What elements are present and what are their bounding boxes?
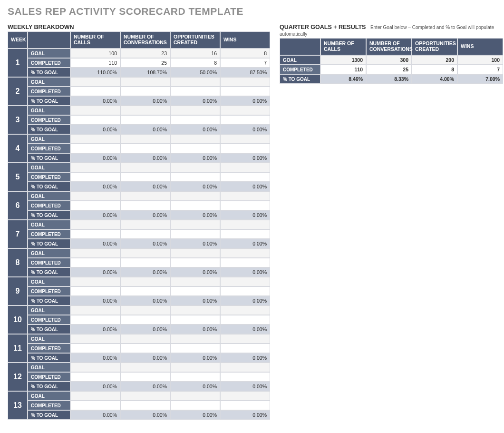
weekly-cell[interactable] xyxy=(70,315,120,325)
weekly-cell[interactable] xyxy=(120,115,170,125)
weekly-cell[interactable] xyxy=(170,315,220,325)
weekly-cell[interactable] xyxy=(120,87,170,96)
weekly-cell[interactable] xyxy=(120,305,170,315)
weekly-cell[interactable] xyxy=(170,77,220,87)
weekly-cell[interactable] xyxy=(170,87,220,96)
weekly-cell[interactable] xyxy=(170,277,220,286)
weekly-cell[interactable]: 8 xyxy=(170,58,220,68)
weekly-cell[interactable] xyxy=(170,391,220,401)
weekly-cell[interactable] xyxy=(70,220,120,229)
weekly-cell[interactable] xyxy=(120,391,170,401)
weekly-cell[interactable] xyxy=(170,334,220,344)
weekly-cell[interactable] xyxy=(70,172,120,182)
weekly-cell[interactable] xyxy=(120,363,170,372)
weekly-cell[interactable] xyxy=(220,201,270,210)
weekly-cell[interactable] xyxy=(120,401,170,410)
q-cell[interactable]: 1300 xyxy=(320,55,366,65)
weekly-cell[interactable] xyxy=(120,229,170,239)
weekly-cell[interactable] xyxy=(70,87,120,96)
weekly-cell[interactable] xyxy=(220,305,270,315)
q-cell[interactable]: 200 xyxy=(412,55,457,65)
weekly-cell[interactable]: 100 xyxy=(70,49,120,58)
weekly-cell[interactable] xyxy=(170,248,220,258)
weekly-cell[interactable]: 16 xyxy=(170,49,220,58)
weekly-cell[interactable] xyxy=(170,163,220,172)
weekly-cell[interactable] xyxy=(220,277,270,286)
weekly-cell[interactable] xyxy=(170,363,220,372)
weekly-cell[interactable] xyxy=(70,277,120,286)
weekly-cell[interactable] xyxy=(120,315,170,325)
weekly-cell[interactable] xyxy=(220,115,270,125)
weekly-cell[interactable] xyxy=(70,305,120,315)
weekly-cell[interactable] xyxy=(170,191,220,201)
weekly-cell[interactable] xyxy=(120,144,170,153)
weekly-cell[interactable]: 25 xyxy=(120,58,170,68)
weekly-cell[interactable] xyxy=(220,334,270,344)
weekly-cell[interactable] xyxy=(70,286,120,296)
weekly-cell[interactable] xyxy=(220,344,270,353)
weekly-cell[interactable] xyxy=(170,172,220,182)
weekly-cell[interactable] xyxy=(170,134,220,144)
weekly-cell[interactable] xyxy=(220,106,270,115)
weekly-cell[interactable] xyxy=(120,172,170,182)
weekly-cell[interactable]: 110 xyxy=(70,58,120,68)
weekly-cell[interactable] xyxy=(120,201,170,210)
weekly-cell[interactable] xyxy=(220,134,270,144)
weekly-cell[interactable] xyxy=(120,344,170,353)
weekly-cell[interactable] xyxy=(70,191,120,201)
weekly-cell[interactable] xyxy=(220,391,270,401)
weekly-cell[interactable] xyxy=(120,134,170,144)
weekly-cell[interactable] xyxy=(70,334,120,344)
weekly-cell[interactable] xyxy=(220,401,270,410)
weekly-cell[interactable] xyxy=(170,201,220,210)
weekly-cell[interactable] xyxy=(120,77,170,87)
weekly-cell[interactable] xyxy=(220,363,270,372)
weekly-cell[interactable] xyxy=(70,115,120,125)
weekly-cell[interactable] xyxy=(220,172,270,182)
weekly-cell[interactable] xyxy=(120,334,170,344)
weekly-cell[interactable]: 23 xyxy=(120,49,170,58)
weekly-cell[interactable] xyxy=(70,144,120,153)
weekly-cell[interactable] xyxy=(220,286,270,296)
weekly-cell[interactable] xyxy=(70,372,120,382)
q-cell[interactable]: 300 xyxy=(366,55,412,65)
weekly-cell[interactable] xyxy=(220,87,270,96)
weekly-cell[interactable] xyxy=(70,106,120,115)
weekly-cell[interactable] xyxy=(220,77,270,87)
weekly-cell[interactable] xyxy=(170,229,220,239)
weekly-cell[interactable] xyxy=(220,372,270,382)
weekly-cell[interactable] xyxy=(220,220,270,229)
weekly-cell[interactable] xyxy=(70,248,120,258)
weekly-cell[interactable] xyxy=(170,305,220,315)
weekly-cell[interactable] xyxy=(120,286,170,296)
weekly-cell[interactable] xyxy=(70,344,120,353)
weekly-cell[interactable] xyxy=(220,191,270,201)
weekly-cell[interactable] xyxy=(120,191,170,201)
weekly-cell[interactable] xyxy=(70,77,120,87)
weekly-cell[interactable] xyxy=(220,258,270,267)
weekly-cell[interactable] xyxy=(120,258,170,267)
weekly-cell[interactable] xyxy=(70,163,120,172)
weekly-cell[interactable] xyxy=(120,106,170,115)
q-cell[interactable]: 100 xyxy=(457,55,503,65)
weekly-cell[interactable] xyxy=(120,248,170,258)
weekly-cell[interactable] xyxy=(70,401,120,410)
weekly-cell[interactable] xyxy=(170,144,220,153)
weekly-cell[interactable] xyxy=(220,144,270,153)
weekly-cell[interactable] xyxy=(220,248,270,258)
weekly-cell[interactable] xyxy=(170,220,220,229)
weekly-cell[interactable] xyxy=(220,229,270,239)
weekly-cell[interactable] xyxy=(220,315,270,325)
weekly-cell[interactable] xyxy=(120,277,170,286)
weekly-cell[interactable] xyxy=(70,229,120,239)
weekly-cell[interactable] xyxy=(70,391,120,401)
weekly-cell[interactable]: 7 xyxy=(220,58,270,68)
weekly-cell[interactable] xyxy=(170,286,220,296)
weekly-cell[interactable] xyxy=(70,258,120,267)
weekly-cell[interactable] xyxy=(170,344,220,353)
weekly-cell[interactable] xyxy=(170,401,220,410)
weekly-cell[interactable] xyxy=(120,163,170,172)
weekly-cell[interactable] xyxy=(120,372,170,382)
weekly-cell[interactable] xyxy=(120,220,170,229)
weekly-cell[interactable] xyxy=(70,201,120,210)
